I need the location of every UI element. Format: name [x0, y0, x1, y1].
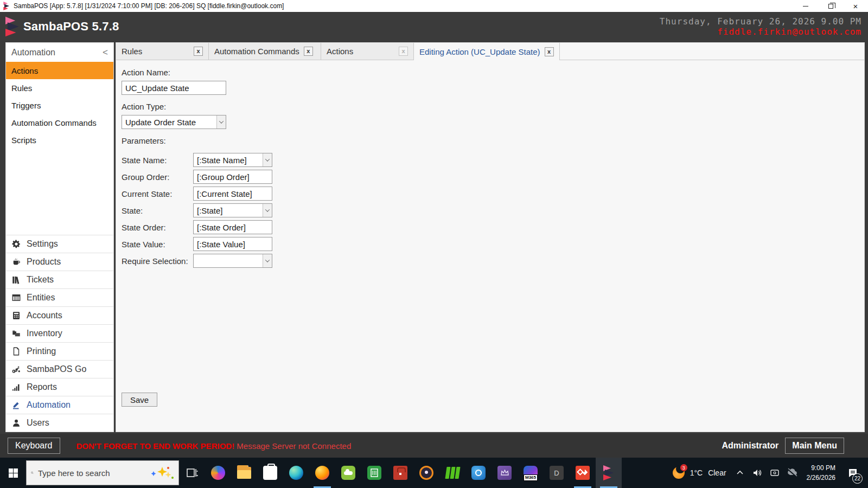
- work-period-warning: DON'T FORGET TO END WORK PERIOD!: [76, 441, 235, 451]
- folders-icon: [11, 329, 21, 338]
- sidebar-item-rules[interactable]: Rules: [6, 79, 113, 97]
- sidebar-module-reports[interactable]: Reports: [6, 378, 113, 396]
- minimize-icon[interactable]: [793, 0, 818, 12]
- main-menu-button[interactable]: Main Menu: [785, 438, 844, 454]
- tab-automation-commands[interactable]: Automation Commands x: [209, 43, 321, 60]
- tab-editing-action[interactable]: Editing Action (UC_Update State) x: [414, 43, 560, 60]
- require-selection-select[interactable]: [193, 254, 272, 268]
- sidebar-module-automation[interactable]: Automation: [6, 396, 113, 414]
- sidebar-module-sambapos-go[interactable]: SambaPOS Go: [6, 360, 113, 378]
- module-label: Inventory: [27, 329, 62, 338]
- m365-copilot-icon[interactable]: M365: [518, 458, 544, 488]
- tab-rules[interactable]: Rules x: [116, 43, 209, 60]
- restore-icon[interactable]: [818, 0, 843, 12]
- system-tray: 3 1°C Clear 9:00 PM 2/26/2026 22: [667, 458, 868, 488]
- firefox-browser-icon[interactable]: [309, 458, 335, 488]
- tray-time: 9:00 PM: [807, 463, 835, 473]
- outlook-app-icon[interactable]: [465, 458, 492, 488]
- state-value-input[interactable]: [193, 237, 272, 251]
- cast-screen-icon[interactable]: [767, 458, 783, 488]
- tab-actions[interactable]: Actions x: [321, 43, 414, 60]
- sambapos-taskbar-icon[interactable]: [596, 458, 622, 488]
- sidebar-item-triggers[interactable]: Triggers: [6, 97, 113, 114]
- header-datetime: Thursday, February 26, 2026 9.00 PM: [660, 16, 861, 27]
- close-tab-icon[interactable]: x: [545, 47, 554, 56]
- tray-chevron-up-icon[interactable]: [732, 458, 748, 488]
- param-label: State Name:: [122, 156, 193, 165]
- edge-browser-icon[interactable]: [283, 458, 309, 488]
- param-label: Require Selection:: [122, 256, 193, 266]
- coffee-cup-icon: [11, 257, 21, 267]
- sidebar-module-inventory[interactable]: Inventory: [6, 324, 113, 342]
- d-app-icon[interactable]: D: [544, 458, 570, 488]
- sidebar-collapse-icon[interactable]: <: [103, 48, 108, 57]
- file-explorer-icon[interactable]: [231, 458, 257, 488]
- action-form: Action Name: Action Type: Update Order S…: [116, 60, 864, 432]
- microsoft-store-icon[interactable]: [257, 458, 283, 488]
- sidebar-item-scripts[interactable]: Scripts: [6, 131, 113, 149]
- action-type-select[interactable]: Update Order State: [122, 115, 226, 129]
- chevron-down-icon[interactable]: [263, 153, 272, 166]
- status-bar: Keyboard DON'T FORGET TO END WORK PERIOD…: [0, 434, 868, 458]
- close-tab-icon[interactable]: x: [304, 47, 313, 56]
- module-label: Printing: [27, 346, 56, 356]
- action-name-input[interactable]: [122, 81, 226, 95]
- crown-app-icon[interactable]: [492, 458, 518, 488]
- clock-widget[interactable]: 9:00 PM 2/26/2026: [801, 463, 841, 483]
- tab-label: Automation Commands: [214, 47, 299, 56]
- param-value: [:State Name]: [194, 156, 263, 165]
- state-name-select[interactable]: [:State Name]: [193, 153, 272, 167]
- temperature-label: 1°C: [690, 468, 703, 477]
- brand-title: SambaPOS 5.7.8: [23, 20, 119, 34]
- sambapos-app-icon: [3, 2, 10, 10]
- copilot-app-icon[interactable]: [205, 458, 231, 488]
- sidebar-item-actions[interactable]: Actions: [6, 62, 113, 79]
- taskbar-search[interactable]: [26, 460, 179, 485]
- red-diamond-app-icon[interactable]: [570, 458, 596, 488]
- close-tab-icon[interactable]: x: [194, 47, 203, 56]
- network-off-icon[interactable]: [784, 458, 800, 488]
- weather-widget[interactable]: 3 1°C Clear: [667, 466, 731, 480]
- current-state-input[interactable]: [193, 187, 272, 201]
- sidebar-module-settings[interactable]: Settings: [6, 235, 113, 253]
- state-select[interactable]: [:State]: [193, 203, 272, 217]
- keyboard-button[interactable]: Keyboard: [8, 438, 60, 454]
- window-titlebar: SambaPOS [App: 5.7.8] [1/31/2024 7:10:00…: [0, 0, 868, 12]
- module-label: Products: [27, 257, 61, 267]
- start-button[interactable]: [0, 458, 26, 488]
- security-shield-app-icon[interactable]: [413, 458, 439, 488]
- param-value: [:State]: [194, 206, 263, 215]
- search-icon: [31, 468, 34, 477]
- chevron-down-icon[interactable]: [263, 254, 272, 267]
- sidebar-section-header: Automation <: [6, 43, 113, 62]
- cloud-drive-app-icon[interactable]: [335, 458, 361, 488]
- d-app-letter: D: [550, 466, 564, 480]
- param-row-group-order: Group Order:: [122, 170, 864, 184]
- chevron-down-icon[interactable]: [263, 204, 272, 217]
- gear-icon: [11, 239, 21, 249]
- sidebar-module-printing[interactable]: Printing: [6, 342, 113, 360]
- sidebar-module-products[interactable]: Products: [6, 253, 113, 271]
- sidebar-module-entities[interactable]: Entities: [6, 288, 113, 306]
- green-panels-app-icon[interactable]: [439, 458, 465, 488]
- sidebar-module-users[interactable]: Users: [6, 414, 113, 432]
- close-tab-icon[interactable]: x: [399, 47, 408, 56]
- volume-icon[interactable]: [749, 458, 765, 488]
- group-order-input[interactable]: [193, 170, 272, 184]
- m365-label: M365: [524, 474, 538, 481]
- header-user-email: fiddle.firkin@outlook.com: [660, 27, 861, 37]
- sidebar-module-tickets[interactable]: Tickets: [6, 271, 113, 288]
- task-view-icon[interactable]: [179, 458, 205, 488]
- toolbox-app-icon[interactable]: [387, 458, 413, 488]
- sidebar-module-accounts[interactable]: Accounts: [6, 306, 113, 324]
- action-center-icon[interactable]: 22: [842, 458, 864, 488]
- search-input[interactable]: [38, 468, 146, 478]
- moon-weather-icon: 3: [672, 466, 686, 480]
- save-button[interactable]: Save: [122, 393, 157, 407]
- green-book-app-icon[interactable]: [361, 458, 387, 488]
- close-icon[interactable]: ×: [843, 0, 868, 12]
- chevron-down-icon[interactable]: [216, 115, 226, 129]
- windows-logo-icon: [9, 468, 18, 478]
- sidebar-item-automation-commands[interactable]: Automation Commands: [6, 114, 113, 131]
- state-order-input[interactable]: [193, 220, 272, 234]
